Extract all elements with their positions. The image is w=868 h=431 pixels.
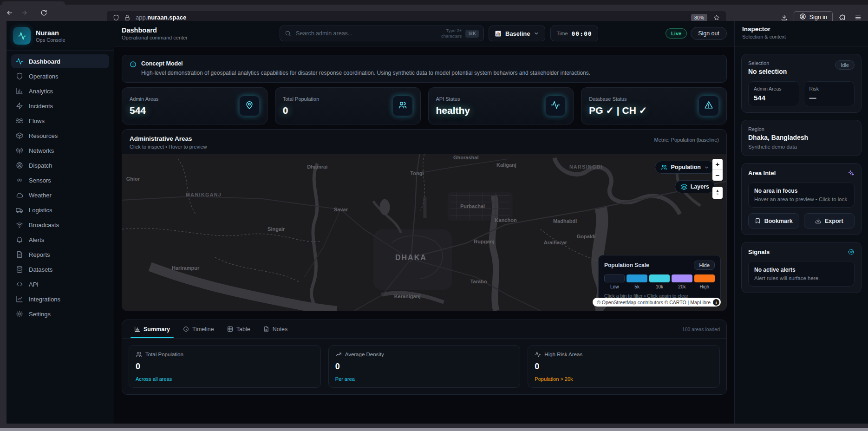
legend-bin-high[interactable]: High <box>694 274 715 289</box>
summary-card-caption: Per area <box>335 376 514 382</box>
sparkles-icon <box>848 170 855 176</box>
legend-bin-10k[interactable]: 10k <box>649 274 670 289</box>
bookmark-button[interactable]: Bookmark <box>748 213 799 229</box>
sidebar-item-analytics[interactable]: Analytics <box>11 84 109 98</box>
users-icon <box>136 351 142 358</box>
chevron-down-icon <box>704 165 709 170</box>
zoom-out-button[interactable]: − <box>712 170 723 181</box>
activity-icon <box>535 351 541 358</box>
activity-icon <box>551 100 560 111</box>
stat-card-api-status: API Statushealthy <box>428 87 574 124</box>
sign-out-button[interactable]: Sign out <box>691 27 727 40</box>
bookmark-star-icon[interactable] <box>713 14 720 21</box>
live-badge: Live <box>666 28 687 39</box>
selection-card: Idle Selection No selection Admin Areas … <box>741 54 861 113</box>
sidebar-item-operations[interactable]: Operations <box>11 69 109 83</box>
grid-icon <box>227 326 233 332</box>
tab-table[interactable]: Table <box>222 320 256 338</box>
legend-bin-low[interactable]: Low <box>604 274 625 289</box>
legend-swatch <box>649 274 670 282</box>
summary-card-caption: Across all areas <box>136 376 314 382</box>
sidebar-item-logistics[interactable]: Logistics <box>11 203 109 217</box>
zoom-in-button[interactable]: + <box>712 159 723 170</box>
search-box[interactable]: Type 2+ characters ⌘K <box>280 26 484 41</box>
population-metric-button[interactable]: Population <box>655 161 715 174</box>
sidebar-item-flows[interactable]: Flows <box>11 114 109 128</box>
sidebar-item-label: Dashboard <box>29 58 60 65</box>
antenna-icon <box>16 147 23 154</box>
signals-title: Signals <box>748 248 770 255</box>
map-compass-control[interactable]: ▲ ▼ <box>712 187 723 199</box>
gear-icon <box>16 310 23 318</box>
page-subtitle: Operational command center <box>122 35 280 40</box>
forward-button[interactable] <box>18 7 31 19</box>
sign-in-label: Sign in <box>809 14 827 20</box>
page-title: Dashboard <box>122 26 280 34</box>
sidebar-item-dispatch[interactable]: Dispatch <box>11 158 109 172</box>
back-button[interactable] <box>3 7 16 19</box>
tab-notes[interactable]: Notes <box>258 320 294 338</box>
sidebar-item-integrations[interactable]: Integrations <box>11 292 109 306</box>
legend-bin-20k[interactable]: 20k <box>672 274 692 289</box>
selection-admin-areas-box: Admin Areas 544 <box>748 81 799 106</box>
alert-triangle-icon <box>704 100 713 111</box>
sidebar-item-dashboard[interactable]: Dashboard <box>11 54 109 68</box>
banner-description: High-level demonstration of geospatial a… <box>141 70 590 76</box>
legend-bin-5k[interactable]: 5k <box>627 274 647 289</box>
lock-icon[interactable] <box>124 14 131 21</box>
concept-model-banner: Concept Model High-level demonstration o… <box>122 55 727 83</box>
inspector-title: Inspector <box>742 26 861 33</box>
layers-button[interactable]: Layers <box>675 180 715 193</box>
brand-name: Nuraan <box>36 29 65 37</box>
export-button[interactable]: Export <box>804 213 855 229</box>
sidebar-item-label: Resources <box>29 132 58 139</box>
legend-bin-label: 5k <box>627 284 647 289</box>
bar-chart-icon <box>134 326 140 332</box>
shield-icon[interactable] <box>113 14 119 21</box>
sidebar-item-incidents[interactable]: Incidents <box>11 99 109 113</box>
scenario-select[interactable]: Baseline <box>489 26 545 41</box>
tab-summary[interactable]: Summary <box>129 320 176 338</box>
selection-admin-areas-label: Admin Areas <box>754 86 794 91</box>
summary-card-label: Total Population <box>145 352 183 357</box>
attribution-info-icon[interactable]: i <box>713 299 719 306</box>
reload-button[interactable] <box>37 7 50 19</box>
users-icon <box>398 100 407 111</box>
sidebar-item-weather[interactable]: Weather <box>11 188 109 202</box>
tab-bar: SummaryTimelineTableNotes100 areas loade… <box>122 320 726 339</box>
radio-icon <box>16 176 23 184</box>
sidebar-item-networks[interactable]: Networks <box>11 144 109 157</box>
sidebar-item-label: Reports <box>29 251 50 258</box>
page-zoom-badge[interactable]: 80% <box>691 14 707 21</box>
window-bottom-frame <box>0 428 868 431</box>
sidebar-item-reports[interactable]: Reports <box>11 248 109 261</box>
sidebar-item-api[interactable]: API <box>11 277 109 291</box>
truck-icon <box>16 206 23 214</box>
selection-risk-box: Risk — <box>804 81 855 106</box>
file-text-icon <box>16 251 23 258</box>
browser-tab[interactable] <box>2 1 65 5</box>
tab-label: Summary <box>144 326 170 333</box>
region-card: Region Dhaka, Bangladesh Synthetic demo … <box>741 120 861 156</box>
legend-swatch <box>694 274 715 282</box>
sidebar-item-settings[interactable]: Settings <box>11 307 109 321</box>
search-hint: Type 2+ characters <box>433 28 462 39</box>
stat-card-text: Database StatusPG ✓ | CH ✓ <box>589 96 647 116</box>
legend-hide-button[interactable]: Hide <box>694 261 715 270</box>
sidebar-item-broadcasts[interactable]: Broadcasts <box>11 218 109 232</box>
time-display[interactable]: Time 00:00 <box>550 26 598 41</box>
time-label: Time <box>556 31 568 36</box>
search-input[interactable] <box>295 30 429 37</box>
sidebar-item-alerts[interactable]: Alerts <box>11 233 109 247</box>
sidebar: Nuraan Ops Console DashboardOperationsAn… <box>7 21 114 424</box>
tab-timeline[interactable]: Timeline <box>177 320 220 338</box>
region-value: Dhaka, Bangladesh <box>748 134 855 141</box>
sidebar-item-sensors[interactable]: Sensors <box>11 173 109 187</box>
sidebar-item-label: Integrations <box>29 296 60 303</box>
map-canvas[interactable]: GhiorDhamraiMANIKGANJSingairHarirampurSa… <box>122 154 726 311</box>
legend-bin-label: 10k <box>649 284 670 289</box>
map-zoom-control: + − <box>712 159 723 181</box>
sidebar-item-resources[interactable]: Resources <box>11 129 109 143</box>
sidebar-item-datasets[interactable]: Datasets <box>11 262 109 276</box>
selection-admin-areas-value: 544 <box>754 94 794 102</box>
